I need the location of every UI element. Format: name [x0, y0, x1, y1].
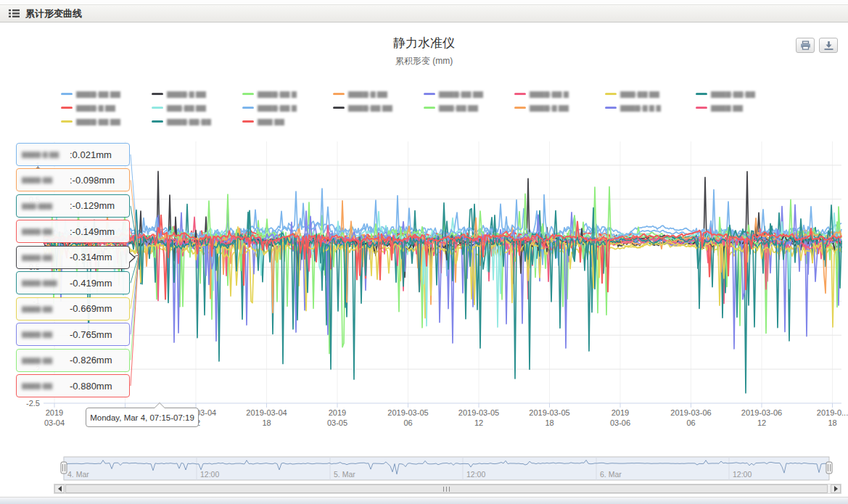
- tooltip-series-name-redacted: ▇▇▇▇-▇ ▇▇: [22, 151, 70, 158]
- tooltip-series-name-redacted: ▇▇▇▇-▇▇: [22, 228, 70, 235]
- tooltip-value: -0.880mm: [70, 381, 112, 392]
- series-tooltip: ▇▇▇▇-▇▇:-0.149mm: [16, 220, 130, 243]
- tooltip-value: -0.419mm: [70, 278, 112, 289]
- tooltip-value: :-0.149mm: [70, 226, 115, 237]
- svg-text:2019-03-0518: 2019-03-0518: [529, 408, 569, 427]
- tooltip-value: :-0.129mm: [70, 200, 115, 211]
- scrollbar-left-arrow-icon: [55, 486, 62, 492]
- tooltip-series-name-redacted: ▇▇▇▇-▇▇: [22, 331, 70, 338]
- tooltip-series-name-redacted: ▇▇▇▇-▇▇: [22, 254, 70, 261]
- series-tooltip: ▇▇▇▇-▇▇ -0.314mm: [16, 246, 130, 269]
- series-tooltip: ▇▇▇▇-▇▇ -0.880mm: [16, 374, 130, 397]
- tooltip-date: Monday, Mar 4, 07:15-07:19: [86, 408, 199, 427]
- tooltip-value: -0.765mm: [70, 329, 112, 340]
- tooltip-value: -0.314mm: [70, 252, 112, 263]
- svg-text:2019-03-0418: 2019-03-0418: [246, 408, 287, 427]
- monitoring-dashboard: 累计形变曲线 静力水准仪 累积形变 (mm) ▇▇: [0, 0, 848, 504]
- svg-text:-2.5: -2.5: [26, 399, 40, 408]
- tooltip-series-name-redacted: ▇▇▇▇-▇▇: [22, 176, 70, 183]
- svg-text:2019-03-0612: 2019-03-0612: [741, 408, 782, 427]
- series-tooltip: ▇▇▇▇-▇▇ -0.669mm: [16, 297, 130, 321]
- series-tooltip: ▇▇▇▇-▇▇ -0.765mm: [16, 323, 130, 346]
- scrollbar-thumb[interactable]: [65, 484, 828, 493]
- svg-text:201903-06: 201903-06: [610, 408, 630, 427]
- scrollbar-grip-icon: [443, 487, 450, 492]
- series-tooltip: ▇▇▇▇-▇▇:-0.098mm: [16, 168, 130, 191]
- svg-text:201903-05: 201903-05: [327, 408, 347, 427]
- scrollbar-track[interactable]: [54, 484, 841, 494]
- tooltip-value: :0.021mm: [70, 149, 112, 160]
- tooltip-series-name-redacted: ▇▇▇-▇▇▇: [22, 202, 70, 210]
- tooltip-value: -0.826mm: [70, 355, 112, 365]
- svg-text:2019-0...18: 2019-0...18: [817, 408, 848, 427]
- tooltip-series-name-redacted: ▇▇▇▇-▇▇: [22, 305, 70, 313]
- footer-strip: [0, 497, 848, 504]
- svg-text:201903-04: 201903-04: [44, 408, 65, 427]
- tooltip-series-name-redacted: ▇▇▇▇-▇▇▇: [22, 279, 70, 286]
- scrollbar-right-button[interactable]: [831, 484, 841, 493]
- tooltip-value: -0.669mm: [70, 303, 112, 314]
- scrollbar-right-arrow-icon: [834, 486, 841, 492]
- series-tooltip: ▇▇▇▇-▇▇ -0.826mm: [16, 349, 130, 372]
- svg-text:2019-03-0506: 2019-03-0506: [387, 408, 428, 427]
- scrollbar-left-button[interactable]: [54, 484, 65, 493]
- series-tooltip: ▇▇▇-▇▇▇:-0.129mm: [16, 194, 130, 218]
- series-tooltip: ▇▇▇▇-▇ ▇▇:0.021mm: [16, 143, 130, 166]
- tooltip-series-name-redacted: ▇▇▇▇-▇▇: [22, 357, 70, 364]
- tooltip-value: :-0.098mm: [70, 175, 115, 186]
- series-tooltip: ▇▇▇▇-▇▇▇ -0.419mm: [16, 271, 130, 294]
- tooltip-series-name-redacted: ▇▇▇▇-▇▇: [22, 382, 70, 389]
- svg-text:2019-03-0606: 2019-03-0606: [670, 408, 711, 427]
- svg-text:2019-03-0512: 2019-03-0512: [458, 408, 499, 427]
